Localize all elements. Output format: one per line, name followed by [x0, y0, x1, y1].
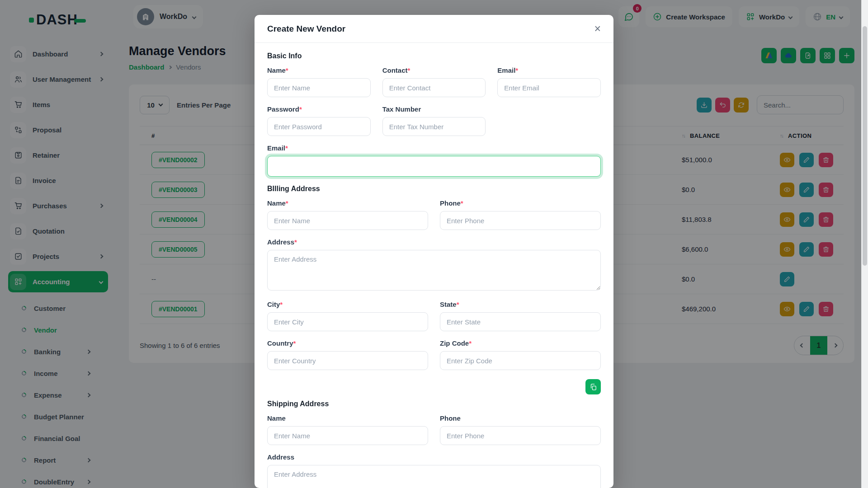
close-icon[interactable]: × [594, 23, 601, 34]
modal-header: Create New Vendor × [255, 15, 613, 43]
tax-number-input[interactable] [382, 117, 486, 136]
section-shipping-address: Shipping Address [267, 400, 601, 408]
field-label: Address [267, 453, 601, 461]
shipping-address-textarea[interactable] [267, 465, 601, 488]
vendor-password-input[interactable] [267, 117, 371, 136]
modal-body: Basic Info Name* Contact* Email* Passwor… [255, 43, 613, 488]
vendor-contact-input[interactable] [382, 78, 486, 97]
section-billing-address: BIlling Address [267, 185, 601, 193]
shipping-name-input[interactable] [267, 426, 428, 445]
field-label: State* [440, 300, 601, 308]
billing-name-input[interactable] [267, 211, 428, 230]
billing-state-input[interactable] [440, 312, 601, 331]
vendor-name-input[interactable] [267, 78, 371, 97]
field-label: City* [267, 300, 428, 308]
field-label: Email* [497, 66, 601, 74]
billing-city-input[interactable] [267, 312, 428, 331]
shipping-phone-input[interactable] [440, 426, 601, 445]
field-label: Email* [267, 144, 601, 152]
field-label: Zip Code* [440, 339, 601, 347]
billing-address-textarea[interactable] [267, 250, 601, 291]
field-label: Phone* [440, 199, 601, 207]
billing-country-input[interactable] [267, 351, 428, 370]
field-label: Country* [267, 339, 428, 347]
field-label: Tax Number [382, 105, 486, 113]
modal-title: Create New Vendor [267, 24, 345, 34]
vendor-email-input[interactable] [497, 78, 601, 97]
vendor-login-email-input[interactable] [267, 156, 601, 177]
copy-icon [590, 383, 597, 391]
field-label: Password* [267, 105, 371, 113]
scrollbar-thumb[interactable] [863, 26, 867, 266]
section-basic-info: Basic Info [267, 52, 601, 60]
field-label: Contact* [382, 66, 486, 74]
create-vendor-modal: Create New Vendor × Basic Info Name* Con… [255, 15, 613, 488]
billing-phone-input[interactable] [440, 211, 601, 230]
field-label: Phone [440, 414, 601, 422]
billing-zip-input[interactable] [440, 351, 601, 370]
field-label: Address* [267, 238, 601, 246]
field-label: Name* [267, 66, 371, 74]
field-label: Name [267, 414, 428, 422]
page-scrollbar[interactable] [861, 0, 868, 488]
field-label: Name* [267, 199, 428, 207]
copy-billing-to-shipping-button[interactable] [585, 379, 601, 394]
